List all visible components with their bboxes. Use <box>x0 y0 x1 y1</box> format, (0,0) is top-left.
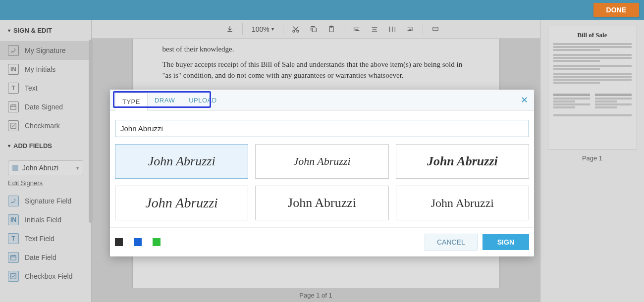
tab-upload[interactable]: UPLOAD <box>182 92 223 109</box>
modal-footer: CANCEL SIGN <box>110 227 534 256</box>
done-button[interactable]: DONE <box>593 3 639 17</box>
signature-name-input[interactable] <box>115 120 529 137</box>
tab-type[interactable]: TYPE <box>115 93 148 111</box>
top-bar: DONE <box>0 0 644 20</box>
signature-style-5[interactable]: John Abruzzi <box>255 186 388 220</box>
signature-style-2[interactable]: John Abruzzi <box>255 144 388 179</box>
signature-style-3[interactable]: John Abruzzi <box>396 144 529 179</box>
close-icon[interactable]: ✕ <box>521 95 528 105</box>
signature-style-grid: John Abruzzi John Abruzzi John Abruzzi J… <box>115 144 529 220</box>
cancel-button[interactable]: CANCEL <box>425 234 478 251</box>
signature-style-1[interactable]: John Abruzzi <box>115 144 248 179</box>
tab-draw[interactable]: DRAW <box>148 92 182 109</box>
color-black[interactable] <box>115 238 123 246</box>
sign-button[interactable]: SIGN <box>483 234 529 250</box>
signature-style-4[interactable]: John Abruzzi <box>115 186 248 220</box>
modal-tabs: TYPE DRAW UPLOAD ✕ <box>110 90 534 111</box>
color-green[interactable] <box>153 238 161 246</box>
signature-style-6[interactable]: John Abruzzi <box>396 186 529 220</box>
color-blue[interactable] <box>134 238 142 246</box>
signature-modal: TYPE DRAW UPLOAD ✕ John Abruzzi John Abr… <box>110 90 534 256</box>
